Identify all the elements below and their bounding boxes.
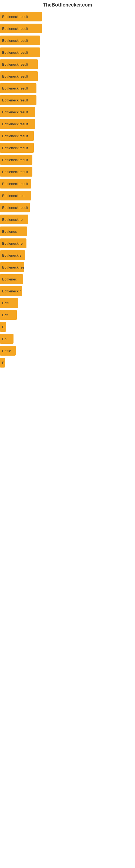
bar-row: Bottleneck result	[0, 178, 135, 190]
bar-row: Bottleneck result	[0, 166, 135, 178]
bottleneck-bar[interactable]: Bottleneck result	[0, 203, 30, 212]
bar-row: Bottleneck result	[0, 94, 135, 106]
bar-row: Bottleneck resu	[0, 261, 135, 273]
bottleneck-bar[interactable]: Bottleneck result	[0, 59, 38, 69]
bottleneck-bar[interactable]: Bottleneck result	[0, 107, 35, 117]
bar-row: Bottleneck r	[0, 285, 135, 297]
bar-row: Bottlenec	[0, 273, 135, 285]
bottleneck-bar[interactable]: Bottl	[0, 298, 18, 308]
bar-row: Bottleneck result	[0, 106, 135, 118]
bottleneck-bar[interactable]: B	[0, 322, 6, 332]
bar-row: Bottleneck res	[0, 190, 135, 202]
bottleneck-bar[interactable]: Bottleneck re	[0, 215, 28, 224]
bottleneck-bar[interactable]: Bottleneck r	[0, 286, 22, 296]
bottleneck-bar[interactable]: Bottleneck resu	[0, 262, 24, 272]
bar-row: B	[0, 357, 135, 369]
bottleneck-bar[interactable]: Bottle	[0, 346, 16, 355]
bar-row: Bottleneck result	[0, 130, 135, 142]
bar-row: Bottleneck result	[0, 23, 135, 34]
bar-row: Bottleneck s	[0, 249, 135, 261]
bottleneck-bar[interactable]: B	[0, 358, 5, 368]
bar-row: Bottleneck result	[0, 10, 135, 23]
bottleneck-bar[interactable]: Bott	[0, 310, 17, 320]
bar-row: Bottleneck result	[0, 46, 135, 58]
bar-row: Bottl	[0, 297, 135, 309]
bar-row: Bottleneck result	[0, 142, 135, 154]
bottleneck-bar[interactable]: Bottleneck result	[0, 24, 42, 33]
bottleneck-bar[interactable]: Bottleneck result	[0, 83, 37, 93]
bar-row: Bottleneck result	[0, 82, 135, 94]
bar-row: B	[0, 321, 135, 333]
site-title: TheBottlenecker.com	[0, 0, 135, 9]
bottleneck-bar[interactable]: Bottleneck result	[0, 12, 42, 22]
bottleneck-bar[interactable]: Bottleneck result	[0, 48, 40, 57]
bottleneck-bar[interactable]: Bottleneck result	[0, 155, 32, 165]
bar-row: Bottleneck result	[0, 154, 135, 166]
bottleneck-bar[interactable]: Bottleneck result	[0, 119, 35, 129]
bar-row: Bottleneck re	[0, 214, 135, 225]
bar-row: Bo	[0, 333, 135, 345]
bar-row: Bottleneck result	[0, 70, 135, 82]
bottleneck-bar[interactable]: Bottleneck res	[0, 191, 31, 200]
bottleneck-bar[interactable]: Bottlenec	[0, 226, 27, 236]
bar-row: Bottleneck result	[0, 58, 135, 70]
bottleneck-bar[interactable]: Bottleneck result	[0, 95, 37, 105]
bar-row: Bott	[0, 309, 135, 321]
bottleneck-bar[interactable]: Bottleneck result	[0, 167, 32, 177]
bar-row: Bottle	[0, 345, 135, 357]
bottleneck-bar[interactable]: Bottlenec	[0, 274, 23, 284]
bottleneck-bar[interactable]: Bo	[0, 334, 13, 344]
bar-row: Bottleneck re	[0, 237, 135, 249]
bottleneck-bar[interactable]: Bottleneck result	[0, 143, 34, 153]
bottleneck-bar[interactable]: Bottleneck s	[0, 250, 25, 260]
bar-row: Bottleneck result	[0, 118, 135, 130]
bottleneck-bar[interactable]: Bottleneck re	[0, 239, 27, 248]
bottleneck-bar[interactable]: Bottleneck result	[0, 131, 34, 141]
bar-row: Bottleneck result	[0, 34, 135, 46]
bar-row: Bottlenec	[0, 225, 135, 237]
bottleneck-bar[interactable]: Bottleneck result	[0, 71, 38, 81]
bottleneck-bar[interactable]: Bottleneck result	[0, 35, 40, 45]
bottleneck-bar[interactable]: Bottleneck result	[0, 179, 31, 188]
bar-row: Bottleneck result	[0, 202, 135, 214]
bars-container: Bottleneck resultBottleneck resultBottle…	[0, 9, 135, 370]
